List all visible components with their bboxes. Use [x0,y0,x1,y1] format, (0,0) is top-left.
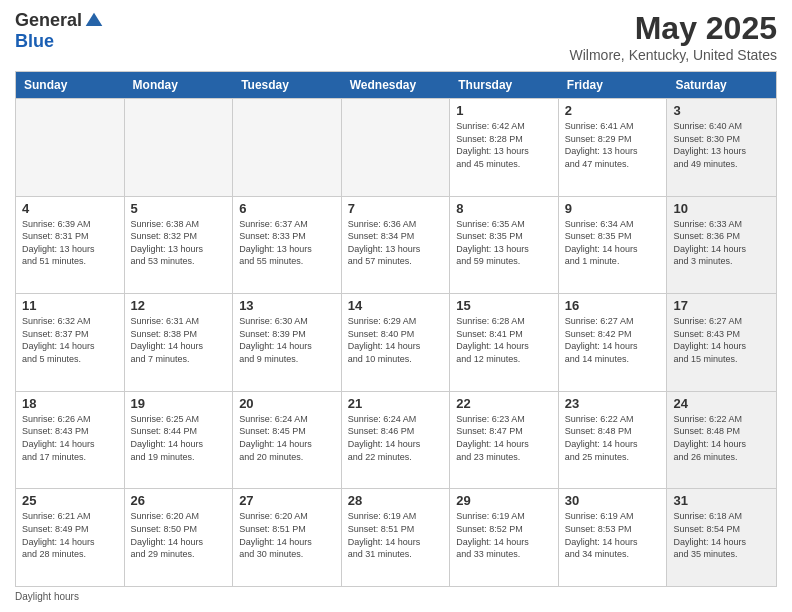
header-cell-tuesday: Tuesday [233,72,342,98]
cal-cell-16: 16Sunrise: 6:27 AM Sunset: 8:42 PM Dayli… [559,294,668,391]
cal-cell-10: 10Sunrise: 6:33 AM Sunset: 8:36 PM Dayli… [667,197,776,294]
cal-row-5: 25Sunrise: 6:21 AM Sunset: 8:49 PM Dayli… [16,488,776,586]
cal-cell-24: 24Sunrise: 6:22 AM Sunset: 8:48 PM Dayli… [667,392,776,489]
day-info: Sunrise: 6:42 AM Sunset: 8:28 PM Dayligh… [456,120,552,170]
cal-cell-empty-3 [342,99,451,196]
day-number: 28 [348,493,444,508]
day-number: 12 [131,298,227,313]
title-area: May 2025 Wilmore, Kentucky, United State… [570,10,777,63]
header-cell-wednesday: Wednesday [342,72,451,98]
cal-cell-21: 21Sunrise: 6:24 AM Sunset: 8:46 PM Dayli… [342,392,451,489]
day-info: Sunrise: 6:40 AM Sunset: 8:30 PM Dayligh… [673,120,770,170]
header-cell-friday: Friday [559,72,668,98]
day-number: 21 [348,396,444,411]
page: General Blue May 2025 Wilmore, Kentucky,… [0,0,792,612]
day-number: 4 [22,201,118,216]
calendar-body: 1Sunrise: 6:42 AM Sunset: 8:28 PM Daylig… [16,98,776,586]
cal-row-4: 18Sunrise: 6:26 AM Sunset: 8:43 PM Dayli… [16,391,776,489]
cal-cell-empty-0 [16,99,125,196]
day-number: 14 [348,298,444,313]
cal-cell-13: 13Sunrise: 6:30 AM Sunset: 8:39 PM Dayli… [233,294,342,391]
cal-cell-30: 30Sunrise: 6:19 AM Sunset: 8:53 PM Dayli… [559,489,668,586]
day-number: 29 [456,493,552,508]
header: General Blue May 2025 Wilmore, Kentucky,… [15,10,777,63]
day-number: 23 [565,396,661,411]
day-number: 15 [456,298,552,313]
day-number: 17 [673,298,770,313]
calendar: SundayMondayTuesdayWednesdayThursdayFrid… [15,71,777,587]
day-info: Sunrise: 6:31 AM Sunset: 8:38 PM Dayligh… [131,315,227,365]
cal-cell-5: 5Sunrise: 6:38 AM Sunset: 8:32 PM Daylig… [125,197,234,294]
subtitle: Wilmore, Kentucky, United States [570,47,777,63]
svg-marker-0 [86,12,103,25]
day-number: 5 [131,201,227,216]
day-info: Sunrise: 6:24 AM Sunset: 8:46 PM Dayligh… [348,413,444,463]
day-number: 13 [239,298,335,313]
day-info: Sunrise: 6:37 AM Sunset: 8:33 PM Dayligh… [239,218,335,268]
logo: General Blue [15,10,104,52]
cal-cell-1: 1Sunrise: 6:42 AM Sunset: 8:28 PM Daylig… [450,99,559,196]
header-cell-monday: Monday [125,72,234,98]
cal-cell-26: 26Sunrise: 6:20 AM Sunset: 8:50 PM Dayli… [125,489,234,586]
cal-cell-28: 28Sunrise: 6:19 AM Sunset: 8:51 PM Dayli… [342,489,451,586]
day-info: Sunrise: 6:19 AM Sunset: 8:51 PM Dayligh… [348,510,444,560]
day-number: 10 [673,201,770,216]
cal-cell-8: 8Sunrise: 6:35 AM Sunset: 8:35 PM Daylig… [450,197,559,294]
day-number: 9 [565,201,661,216]
cal-cell-empty-2 [233,99,342,196]
cal-cell-4: 4Sunrise: 6:39 AM Sunset: 8:31 PM Daylig… [16,197,125,294]
cal-row-2: 4Sunrise: 6:39 AM Sunset: 8:31 PM Daylig… [16,196,776,294]
day-number: 8 [456,201,552,216]
cal-row-1: 1Sunrise: 6:42 AM Sunset: 8:28 PM Daylig… [16,98,776,196]
cal-cell-22: 22Sunrise: 6:23 AM Sunset: 8:47 PM Dayli… [450,392,559,489]
day-info: Sunrise: 6:18 AM Sunset: 8:54 PM Dayligh… [673,510,770,560]
day-number: 11 [22,298,118,313]
day-number: 6 [239,201,335,216]
day-info: Sunrise: 6:20 AM Sunset: 8:50 PM Dayligh… [131,510,227,560]
cal-cell-25: 25Sunrise: 6:21 AM Sunset: 8:49 PM Dayli… [16,489,125,586]
day-number: 20 [239,396,335,411]
cal-cell-17: 17Sunrise: 6:27 AM Sunset: 8:43 PM Dayli… [667,294,776,391]
day-info: Sunrise: 6:27 AM Sunset: 8:42 PM Dayligh… [565,315,661,365]
header-cell-thursday: Thursday [450,72,559,98]
cal-cell-23: 23Sunrise: 6:22 AM Sunset: 8:48 PM Dayli… [559,392,668,489]
day-info: Sunrise: 6:19 AM Sunset: 8:53 PM Dayligh… [565,510,661,560]
cal-cell-14: 14Sunrise: 6:29 AM Sunset: 8:40 PM Dayli… [342,294,451,391]
day-info: Sunrise: 6:22 AM Sunset: 8:48 PM Dayligh… [673,413,770,463]
day-info: Sunrise: 6:41 AM Sunset: 8:29 PM Dayligh… [565,120,661,170]
cal-cell-3: 3Sunrise: 6:40 AM Sunset: 8:30 PM Daylig… [667,99,776,196]
cal-cell-31: 31Sunrise: 6:18 AM Sunset: 8:54 PM Dayli… [667,489,776,586]
cal-cell-9: 9Sunrise: 6:34 AM Sunset: 8:35 PM Daylig… [559,197,668,294]
cal-row-3: 11Sunrise: 6:32 AM Sunset: 8:37 PM Dayli… [16,293,776,391]
header-cell-sunday: Sunday [16,72,125,98]
logo-blue: Blue [15,31,54,52]
day-info: Sunrise: 6:21 AM Sunset: 8:49 PM Dayligh… [22,510,118,560]
day-info: Sunrise: 6:19 AM Sunset: 8:52 PM Dayligh… [456,510,552,560]
cal-cell-18: 18Sunrise: 6:26 AM Sunset: 8:43 PM Dayli… [16,392,125,489]
day-info: Sunrise: 6:27 AM Sunset: 8:43 PM Dayligh… [673,315,770,365]
day-info: Sunrise: 6:26 AM Sunset: 8:43 PM Dayligh… [22,413,118,463]
day-number: 19 [131,396,227,411]
cal-cell-7: 7Sunrise: 6:36 AM Sunset: 8:34 PM Daylig… [342,197,451,294]
cal-cell-empty-1 [125,99,234,196]
day-info: Sunrise: 6:33 AM Sunset: 8:36 PM Dayligh… [673,218,770,268]
header-cell-saturday: Saturday [667,72,776,98]
day-info: Sunrise: 6:23 AM Sunset: 8:47 PM Dayligh… [456,413,552,463]
cal-cell-19: 19Sunrise: 6:25 AM Sunset: 8:44 PM Dayli… [125,392,234,489]
day-number: 31 [673,493,770,508]
main-title: May 2025 [570,10,777,47]
day-info: Sunrise: 6:36 AM Sunset: 8:34 PM Dayligh… [348,218,444,268]
cal-cell-2: 2Sunrise: 6:41 AM Sunset: 8:29 PM Daylig… [559,99,668,196]
cal-cell-27: 27Sunrise: 6:20 AM Sunset: 8:51 PM Dayli… [233,489,342,586]
day-info: Sunrise: 6:32 AM Sunset: 8:37 PM Dayligh… [22,315,118,365]
day-info: Sunrise: 6:38 AM Sunset: 8:32 PM Dayligh… [131,218,227,268]
day-info: Sunrise: 6:22 AM Sunset: 8:48 PM Dayligh… [565,413,661,463]
day-number: 25 [22,493,118,508]
day-number: 18 [22,396,118,411]
day-info: Sunrise: 6:35 AM Sunset: 8:35 PM Dayligh… [456,218,552,268]
cal-cell-29: 29Sunrise: 6:19 AM Sunset: 8:52 PM Dayli… [450,489,559,586]
daylight-label: Daylight hours [15,591,79,602]
day-info: Sunrise: 6:20 AM Sunset: 8:51 PM Dayligh… [239,510,335,560]
day-number: 1 [456,103,552,118]
day-number: 24 [673,396,770,411]
